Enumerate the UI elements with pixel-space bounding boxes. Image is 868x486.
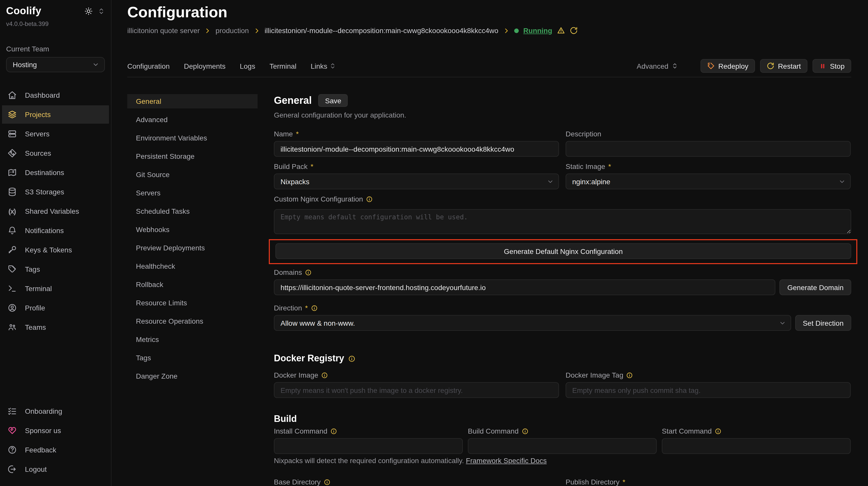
info-icon[interactable] — [305, 269, 312, 276]
advanced-select[interactable]: Advanced — [637, 62, 678, 70]
sidebar-item-keys-tokens[interactable]: Keys & Tokens — [2, 241, 109, 259]
app-version: v4.0.0-beta.399 — [6, 20, 105, 28]
breadcrumb-project[interactable]: illicitonion quote server — [127, 27, 200, 35]
team-select[interactable]: Hosting — [6, 57, 105, 72]
subnav-resource-operations[interactable]: Resource Operations — [127, 314, 257, 328]
sidebar-nav: Dashboard Projects Servers Sources Desti… — [6, 86, 105, 336]
sidebar-item-sources[interactable]: Sources — [2, 144, 109, 162]
direction-select[interactable]: Allow www & non-www. — [274, 315, 791, 331]
sidebar-item-notifications[interactable]: Notifications — [2, 221, 109, 240]
docker-image-input[interactable] — [274, 382, 559, 398]
app-logo: Coolify — [6, 5, 41, 17]
nginx-config-textarea[interactable] — [274, 209, 851, 234]
info-icon[interactable] — [324, 479, 331, 485]
docker-registry-heading: Docker Registry — [274, 353, 344, 364]
description-input[interactable] — [566, 141, 851, 157]
nixpacks-note: Nixpacks will detect the required config… — [274, 456, 851, 465]
subnav-resource-limits[interactable]: Resource Limits — [127, 296, 257, 310]
info-icon[interactable] — [715, 428, 721, 434]
status-running-link[interactable]: Running — [523, 27, 552, 35]
redeploy-button[interactable]: Redeploy — [701, 59, 755, 73]
subnav-tags[interactable]: Tags — [127, 351, 257, 365]
tab-links[interactable]: Links — [311, 62, 336, 70]
sidebar-item-feedback[interactable]: Feedback — [2, 441, 109, 459]
sidebar-item-teams[interactable]: Teams — [2, 318, 109, 336]
map-icon — [7, 168, 17, 177]
subnav-servers[interactable]: Servers — [127, 186, 257, 200]
sidebar-item-destinations[interactable]: Destinations — [2, 163, 109, 182]
base-directory-label: Base Directory — [274, 478, 321, 486]
tab-configuration[interactable]: Configuration — [127, 62, 170, 70]
info-icon[interactable] — [626, 372, 633, 378]
info-icon[interactable] — [522, 428, 528, 434]
refresh-icon[interactable] — [569, 27, 578, 35]
static-image-label: Static Image — [566, 162, 605, 170]
stop-button[interactable]: Stop — [812, 59, 851, 73]
domains-input[interactable] — [274, 280, 776, 295]
info-icon[interactable] — [311, 304, 317, 311]
tabbar: Configuration Deployments Logs Terminal … — [127, 55, 851, 77]
subnav-preview-deployments[interactable]: Preview Deployments — [127, 241, 257, 255]
docker-image-tag-input[interactable] — [566, 382, 851, 398]
save-button[interactable]: Save — [318, 94, 348, 107]
tab-logs[interactable]: Logs — [240, 62, 255, 70]
subnav-danger-zone[interactable]: Danger Zone — [127, 369, 257, 383]
sidebar-item-profile[interactable]: Profile — [2, 299, 109, 317]
subnav-webhooks[interactable]: Webhooks — [127, 222, 257, 237]
sidebar-item-s3-storages[interactable]: S3 Storages — [2, 183, 109, 201]
warning-triangle-icon[interactable] — [557, 27, 565, 35]
subnav-environment-variables[interactable]: Environment Variables — [127, 131, 257, 145]
tab-terminal[interactable]: Terminal — [270, 62, 297, 70]
theme-sun-icon[interactable] — [85, 7, 93, 15]
subnav-scheduled-tasks[interactable]: Scheduled Tasks — [127, 204, 257, 218]
subnav-rollback[interactable]: Rollback — [127, 277, 257, 292]
coolify-app: Coolify v4.0.0-beta.399 Current Team Hos… — [0, 0, 868, 486]
sidebar-item-servers[interactable]: Servers — [2, 125, 109, 143]
set-direction-button[interactable]: Set Direction — [795, 315, 851, 331]
sidebar-item-terminal[interactable]: Terminal — [2, 280, 109, 298]
info-icon[interactable] — [331, 428, 337, 434]
chevron-down-icon — [547, 178, 554, 185]
breadcrumb-application[interactable]: illicitestonion/-module--decomposition:m… — [265, 27, 498, 35]
subnav-persistent-storage[interactable]: Persistent Storage — [127, 149, 257, 163]
info-icon[interactable] — [348, 355, 355, 362]
build-command-input[interactable] — [468, 438, 657, 454]
restart-button[interactable]: Restart — [760, 59, 807, 73]
breadcrumb-environment[interactable]: production — [216, 27, 249, 35]
info-icon[interactable] — [366, 196, 373, 202]
subnav-metrics[interactable]: Metrics — [127, 332, 257, 347]
subnav-advanced[interactable]: Advanced — [127, 112, 257, 127]
sidebar-item-shared-variables[interactable]: (x) Shared Variables — [2, 202, 109, 220]
info-icon[interactable] — [321, 372, 328, 378]
database-icon — [7, 187, 17, 196]
chevrons-up-down-icon — [330, 63, 336, 69]
section-subtitle: General configuration for your applicati… — [274, 111, 851, 119]
framework-docs-link[interactable]: Framework Specific Docs — [466, 456, 547, 465]
name-input[interactable] — [274, 141, 559, 157]
config-subnav: General Advanced Environment Variables P… — [127, 94, 257, 486]
sidebar-item-sponsor-us[interactable]: Sponsor us — [2, 421, 109, 440]
build-pack-select[interactable]: Nixpacks — [274, 173, 559, 189]
install-command-input[interactable] — [274, 438, 463, 454]
static-image-select[interactable]: nginx:alpine — [566, 173, 851, 189]
publish-directory-label: Publish Directory — [566, 478, 620, 486]
subnav-healthcheck[interactable]: Healthcheck — [127, 259, 257, 273]
layers-icon — [7, 110, 17, 119]
generate-domain-button[interactable]: Generate Domain — [780, 280, 851, 295]
sidebar-item-onboarding[interactable]: Onboarding — [2, 402, 109, 420]
home-icon — [7, 91, 17, 100]
sidebar-item-logout[interactable]: Logout — [2, 460, 109, 478]
sidebar-item-dashboard[interactable]: Dashboard — [2, 86, 109, 104]
annotation-highlight-box: Generate Default Nginx Configuration — [269, 239, 857, 264]
name-label: Name — [274, 130, 293, 138]
sidebar-item-tags[interactable]: Tags — [2, 260, 109, 279]
chevron-down-icon — [838, 178, 846, 185]
subnav-git-source[interactable]: Git Source — [127, 167, 257, 182]
subnav-general[interactable]: General — [127, 94, 257, 108]
theme-selector-icon[interactable] — [98, 7, 105, 14]
start-command-input[interactable] — [662, 438, 851, 454]
tab-deployments[interactable]: Deployments — [184, 62, 225, 70]
generate-nginx-config-button[interactable]: Generate Default Nginx Configuration — [275, 243, 851, 259]
sidebar-item-projects[interactable]: Projects — [2, 105, 109, 124]
sidebar: Coolify v4.0.0-beta.399 Current Team Hos… — [0, 0, 112, 486]
